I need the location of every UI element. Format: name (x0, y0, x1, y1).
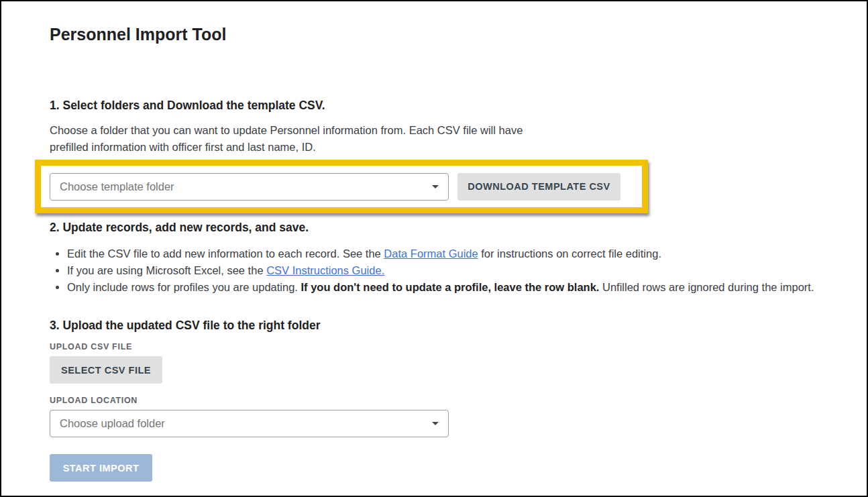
csv-instructions-guide-link[interactable]: CSV Instructions Guide. (266, 264, 384, 276)
step2-bullet: If you are using Microsoft Excel, see th… (67, 262, 840, 279)
step2-bullet: Edit the CSV file to add new information… (67, 245, 840, 262)
chevron-down-icon (432, 185, 439, 188)
upload-csv-file-label: UPLOAD CSV FILE (50, 342, 840, 351)
bullet-text: Edit the CSV file to add new information… (67, 247, 384, 260)
download-template-csv-button[interactable]: DOWNLOAD TEMPLATE CSV (457, 173, 620, 201)
bullet-text: If you don't need to update a profile, l… (301, 281, 600, 293)
step1-description: Choose a folder that you can want to upd… (50, 122, 563, 156)
page-title: Personnel Import Tool (50, 24, 840, 44)
select-csv-file-button[interactable]: SELECT CSV FILE (50, 356, 162, 384)
upload-folder-placeholder: Choose upload folder (60, 417, 165, 430)
data-format-guide-link[interactable]: Data Format Guide (384, 247, 478, 260)
bullet-text: for instructions on correct file editing… (478, 247, 661, 260)
template-folder-placeholder: Choose template folder (60, 180, 174, 193)
personnel-import-tool-page: Personnel Import Tool 1. Select folders … (0, 0, 868, 497)
step2-bullets: Edit the CSV file to add new information… (50, 245, 840, 296)
bullet-text: Unfilled rows are ignored during the imp… (599, 281, 814, 293)
bullet-text: Only include rows for profiles you are u… (67, 281, 301, 293)
main-content: Personnel Import Tool 1. Select folders … (1, 1, 867, 482)
step1-heading: 1. Select folders and Download the templ… (50, 98, 840, 113)
highlight-annotation-box: Choose template folder DOWNLOAD TEMPLATE… (35, 160, 648, 213)
template-folder-select[interactable]: Choose template folder (50, 173, 449, 201)
step3-heading: 3. Upload the updated CSV file to the ri… (50, 318, 840, 333)
start-import-button[interactable]: START IMPORT (50, 454, 152, 482)
chevron-down-icon (432, 422, 439, 425)
upload-location-label: UPLOAD LOCATION (50, 396, 840, 405)
upload-folder-select[interactable]: Choose upload folder (50, 410, 449, 437)
step2-bullet: Only include rows for profiles you are u… (67, 279, 840, 296)
bullet-text: If you are using Microsoft Excel, see th… (67, 264, 266, 276)
step2-heading: 2. Update records, add new records, and … (50, 220, 840, 235)
